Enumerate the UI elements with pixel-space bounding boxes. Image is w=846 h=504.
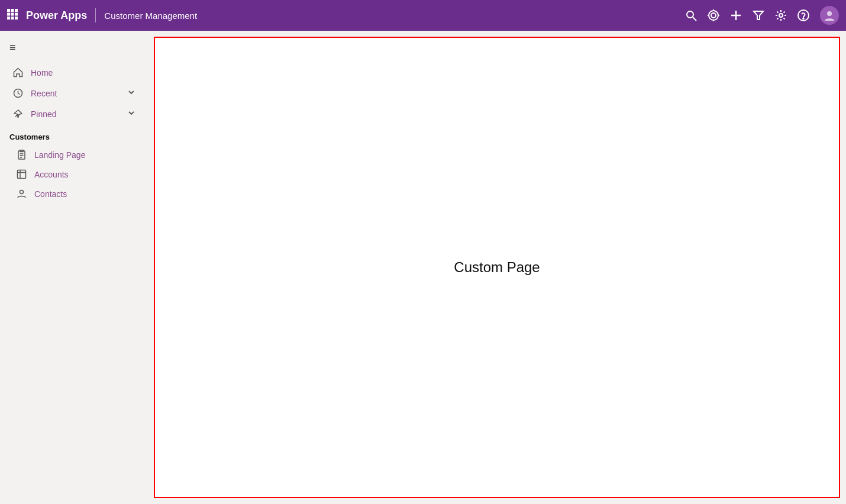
sidebar-item-landing-page-label: Landing Page — [34, 150, 85, 160]
content-frame: Custom Page — [154, 37, 840, 498]
svg-rect-1 — [11, 9, 14, 12]
main-area: ≡ Home Recent — [0, 31, 846, 504]
sidebar-item-contacts-label: Contacts — [34, 189, 67, 199]
sidebar-item-accounts-label: Accounts — [34, 170, 69, 179]
waffle-icon[interactable] — [7, 9, 18, 22]
sidebar-item-home[interactable]: Home — [4, 63, 144, 82]
sidebar-item-pinned-label: Pinned — [31, 109, 122, 119]
topbar: Power Apps Customer Management — [0, 0, 846, 31]
hamburger-button[interactable]: ≡ — [0, 35, 148, 60]
svg-point-34 — [20, 190, 24, 194]
avatar[interactable] — [820, 6, 839, 25]
svg-rect-3 — [7, 12, 10, 15]
sidebar-item-home-label: Home — [31, 68, 135, 77]
app-title: Customer Management — [104, 11, 685, 21]
svg-rect-2 — [15, 9, 18, 12]
svg-point-12 — [711, 13, 716, 18]
svg-marker-19 — [754, 11, 763, 20]
topbar-icon-group — [685, 6, 839, 25]
svg-point-22 — [803, 18, 804, 20]
page-title: Custom Page — [454, 259, 540, 276]
sidebar-item-accounts[interactable]: Accounts — [4, 165, 144, 183]
sidebar-item-landing-page[interactable]: Landing Page — [4, 146, 144, 164]
svg-rect-5 — [15, 12, 18, 15]
svg-rect-6 — [7, 17, 10, 20]
settings-icon[interactable] — [775, 9, 787, 21]
search-icon[interactable] — [685, 9, 697, 21]
customers-section-title: Customers — [0, 124, 148, 145]
person-icon — [17, 189, 28, 199]
home-icon — [13, 67, 25, 77]
sidebar: ≡ Home Recent — [0, 31, 148, 504]
pin-icon — [13, 109, 25, 119]
pinned-chevron-icon — [128, 109, 135, 118]
add-icon[interactable] — [730, 9, 742, 21]
filter-icon[interactable] — [753, 9, 764, 21]
help-icon[interactable] — [797, 9, 809, 21]
clock-icon — [13, 88, 25, 98]
content-area: Custom Page — [148, 31, 846, 504]
topbar-divider — [95, 8, 96, 22]
svg-rect-31 — [18, 170, 26, 179]
app-name: Power Apps — [26, 9, 87, 22]
clipboard-icon — [17, 150, 28, 160]
svg-point-11 — [709, 11, 718, 20]
sidebar-item-contacts[interactable]: Contacts — [4, 185, 144, 203]
target-icon[interactable] — [708, 9, 719, 21]
svg-point-9 — [687, 11, 693, 18]
recent-chevron-icon — [128, 89, 135, 98]
svg-point-23 — [827, 11, 832, 16]
table-icon — [17, 169, 28, 179]
sidebar-item-recent-label: Recent — [31, 89, 122, 98]
svg-rect-0 — [7, 9, 10, 12]
sidebar-item-pinned[interactable]: Pinned — [4, 104, 144, 124]
svg-rect-4 — [11, 12, 14, 15]
svg-point-20 — [779, 14, 783, 17]
svg-line-10 — [693, 17, 696, 21]
svg-rect-8 — [15, 17, 18, 20]
sidebar-item-recent[interactable]: Recent — [4, 83, 144, 103]
svg-rect-7 — [11, 17, 14, 20]
